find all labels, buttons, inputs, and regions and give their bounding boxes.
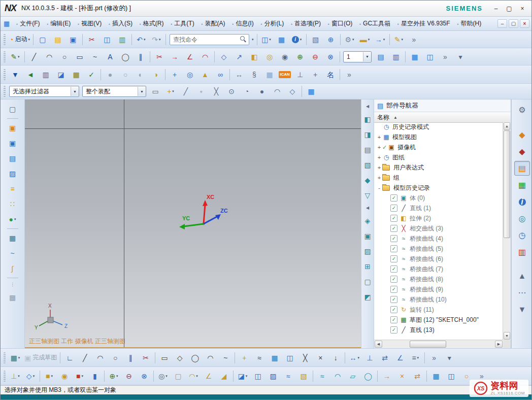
wireframe-view-icon[interactable]: ○	[118, 68, 132, 81]
tree-item[interactable]: ✓╳相交曲线 (3)	[374, 223, 503, 234]
general-selection-filter-icon[interactable]: ▭	[148, 85, 162, 98]
document-restore-icon[interactable]: ▢	[509, 19, 518, 28]
tree-item[interactable]: +✓▣摄像机	[374, 142, 503, 152]
rectangle-icon[interactable]: ▭	[73, 50, 87, 63]
hole-icon[interactable]: ◉	[278, 50, 292, 63]
sphere-add-icon[interactable]: ●▾	[6, 213, 20, 226]
studio-spline-icon[interactable]: ~	[88, 50, 102, 63]
toolbar-grip-handle[interactable]	[4, 352, 6, 363]
tube-icon[interactable]: ◯	[361, 370, 375, 383]
form-feature-icon-4[interactable]: ▧	[360, 158, 375, 172]
subtract-icon[interactable]: ⊖	[122, 370, 136, 383]
assembly-navigator-icon[interactable]: ◆	[514, 127, 530, 142]
start-menu-button[interactable]: ◔启动▾	[8, 33, 31, 46]
menu-item-6[interactable]: 装配(A)	[198, 18, 229, 29]
pattern-feature-icon[interactable]: ▦	[408, 50, 422, 63]
system-clock-icon[interactable]: ◷	[514, 228, 530, 243]
grid-face-icon[interactable]: ▦	[6, 231, 20, 245]
swept-icon[interactable]: ◠	[330, 370, 345, 383]
draft-icon[interactable]: ◢	[217, 370, 231, 383]
snap-existing-point-icon[interactable]: ●	[255, 85, 269, 98]
intersect-icon[interactable]: ⊗	[137, 370, 151, 383]
delete-face-icon[interactable]: ×	[395, 370, 409, 383]
patch-icon[interactable]: ▨	[266, 370, 280, 383]
snap-quadrant-icon[interactable]: ◔	[240, 85, 254, 98]
panel-scroll-down-icon[interactable]: ▼	[514, 302, 530, 317]
tree-item[interactable]: ◷历史记录模式	[374, 122, 503, 132]
toolbar-grip-handle[interactable]	[4, 371, 6, 382]
history-palette-icon[interactable]: ◎	[514, 211, 530, 226]
ellipse-icon[interactable]: ◯	[118, 50, 132, 63]
scroll-up-icon[interactable]: ▲	[504, 122, 510, 130]
conic-icon[interactable]: ◠	[203, 351, 217, 364]
sort-arrow-icon[interactable]: ▲	[393, 115, 397, 120]
combo-arrow-icon[interactable]: ▼	[71, 87, 79, 96]
tree-item[interactable]: ✓╱直线 (13)	[374, 325, 503, 335]
name-column-header[interactable]: 名称 ▲	[374, 112, 511, 123]
analysis-icon[interactable]: §	[247, 68, 261, 81]
cut-icon[interactable]: ✂	[85, 33, 99, 46]
circle-icon[interactable]: ○	[57, 50, 72, 63]
form-feature-icon-11[interactable]: ▢	[360, 275, 375, 288]
panel-scroll-up-icon[interactable]: ▲	[514, 269, 530, 283]
menu-item-4[interactable]: 格式(R)	[136, 18, 168, 29]
offset-curve-icon[interactable]: ≈	[252, 351, 267, 364]
point-set-icon[interactable]: ∷	[6, 197, 20, 211]
work-layer-combo[interactable]: 1 ▼	[343, 51, 372, 62]
form-feature-icon-10[interactable]: ⊞	[360, 260, 375, 273]
offset-curve-icon[interactable]: ∥	[134, 50, 148, 63]
combo-arrow-icon[interactable]: ▼	[138, 87, 146, 96]
menu-item-7[interactable]: 信息(I)	[229, 18, 257, 29]
ellipse-icon[interactable]: ◯	[188, 351, 202, 364]
expand-toggle-icon[interactable]: +	[376, 154, 382, 160]
edge-blend-icon[interactable]: ◠▾	[186, 370, 201, 383]
open-icon[interactable]: ▤	[51, 33, 65, 46]
feature-checkbox[interactable]: ✓	[390, 296, 397, 303]
move-component-icon[interactable]: +	[308, 68, 322, 81]
assembly-constraint-icon[interactable]: ⊥	[293, 68, 307, 81]
tree-item[interactable]: ✓▣体 (0)	[374, 193, 503, 203]
maximize-icon[interactable]: ▢	[504, 4, 514, 13]
feature-checkbox[interactable]: ✓	[390, 276, 397, 283]
direct-sketch-icon[interactable]: ▦▾	[8, 351, 22, 364]
feature-checkbox[interactable]: ✓	[390, 235, 397, 242]
feature-checkbox[interactable]: ✓	[390, 265, 397, 273]
sheet-stack-icon[interactable]: ▤	[6, 152, 20, 165]
display-constraints-icon[interactable]: ∠	[393, 351, 407, 364]
scroll-right-icon[interactable]: ▶	[495, 341, 503, 348]
tree-item[interactable]: ✓▦草图 (12) "SKETCH_000"	[374, 315, 503, 325]
toolbar-grip-handle[interactable]	[4, 86, 6, 97]
document-minimize-icon[interactable]: –	[497, 19, 507, 28]
fillet-icon[interactable]: ◠	[198, 50, 212, 63]
scroll-down-icon[interactable]: ▼	[504, 332, 510, 340]
polygon-icon[interactable]: ◇	[173, 351, 187, 364]
selection-scope-combo[interactable]: 整个装配 ▼	[82, 86, 146, 97]
thicken-icon[interactable]: ▧	[296, 370, 311, 383]
snap-intersection-icon[interactable]: ╳	[209, 85, 223, 98]
replace-face-icon[interactable]: ⇄	[410, 370, 424, 383]
move-face-icon[interactable]: →	[380, 370, 394, 383]
snap-mid-point-icon[interactable]: ◦	[194, 85, 208, 98]
project-curve-icon[interactable]: ↓	[328, 351, 343, 364]
feature-checkbox[interactable]: ✓	[390, 205, 397, 212]
expand-toggle-icon[interactable]: +	[376, 144, 382, 150]
search-icon[interactable]	[240, 36, 247, 43]
snap-end-point-icon[interactable]: ╱	[179, 85, 193, 98]
block-icon[interactable]: ■▾	[73, 370, 87, 383]
tree-item[interactable]: ✓≈桥接曲线 (6)	[374, 254, 503, 264]
search-options-arrow[interactable]: ▾	[252, 38, 254, 42]
show-hide-icon[interactable]: ◎	[183, 68, 197, 81]
tree-item[interactable]: ✓≈桥接曲线 (7)	[374, 264, 503, 274]
feature-checkbox[interactable]: ✓	[390, 245, 397, 252]
menu-item-0[interactable]: 文件(F)	[13, 18, 43, 29]
snap-arc-center-icon[interactable]: ⊙	[224, 85, 239, 98]
shell-icon[interactable]: ▢	[171, 370, 185, 383]
web-browser-icon[interactable]: i	[514, 194, 530, 209]
point-dialog-icon[interactable]: +▾	[163, 85, 178, 98]
revolve-icon[interactable]: ◎	[262, 50, 277, 63]
hole-icon[interactable]: ◎▾	[156, 370, 170, 383]
menu-item-11[interactable]: GC工具箱	[356, 18, 394, 29]
revolve-icon[interactable]: ◉	[57, 370, 72, 383]
feature-checkbox[interactable]: ✓	[390, 326, 397, 334]
sketch-options-arrow[interactable]: ▾	[442, 351, 456, 364]
